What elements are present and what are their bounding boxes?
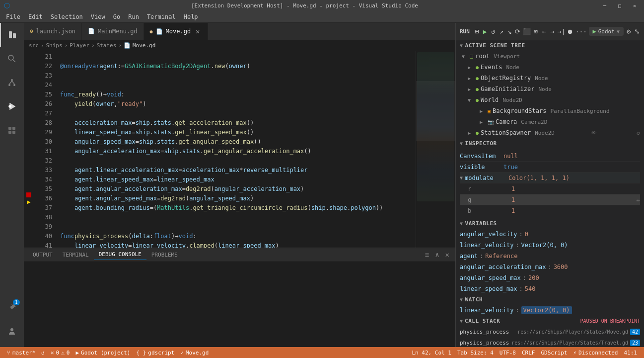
menu-help[interactable]: Help [180, 12, 202, 21]
tree-refresh-btn[interactable]: ↺ [637, 129, 640, 136]
activity-source-control[interactable] [0, 71, 24, 94]
status-script[interactable]: { } gdscript [133, 347, 177, 358]
close-btn[interactable]: ✕ [629, 2, 640, 9]
tree-eye-btn[interactable]: 👁 [591, 130, 596, 136]
tab-close-move[interactable]: ✕ [194, 27, 202, 35]
scene-tree-header[interactable]: ▼ ACTIVE SCENE TREE [456, 40, 644, 51]
tab-problems[interactable]: PROBLEMS [146, 250, 183, 260]
menu-terminal[interactable]: Terminal [143, 12, 180, 21]
panel-close-btn[interactable]: ✕ [443, 250, 451, 260]
run-back-btn[interactable]: ← [541, 26, 548, 37]
run-ellipsis-btn[interactable]: ··· [575, 26, 586, 37]
run-restart-btn[interactable]: ↺ [490, 26, 497, 37]
inspector-header[interactable]: ▼ INSPECTOR [456, 138, 644, 149]
var-angular-speed-row[interactable]: angular_speed_max : 200 [456, 272, 644, 283]
code-content[interactable]: @onready var agent := GSAIKinematicBody2… [56, 51, 416, 248]
stack-row-1[interactable]: physics_process res://src/Ships/Player/S… [456, 326, 644, 337]
activity-debug[interactable] [0, 94, 24, 118]
tree-item-objectregistry[interactable]: ▶ ● ObjectRegistry Node [456, 73, 644, 84]
menu-selection[interactable]: Selection [47, 12, 87, 21]
menu-go[interactable]: Go [109, 12, 124, 21]
menu-view[interactable]: View [87, 12, 109, 21]
var-angular-acc-row[interactable]: angular_acceleration_max : 3600 [456, 262, 644, 272]
run-record-btn[interactable]: →| [558, 26, 566, 37]
run-forward-btn[interactable]: → [549, 26, 556, 37]
status-file[interactable]: ✓ Move.gd [177, 347, 212, 358]
run-continue-btn[interactable]: ▶ [482, 26, 488, 37]
variables-header[interactable]: ▼ VARIABLES [456, 218, 644, 229]
status-encoding[interactable]: UTF-8 [497, 350, 519, 356]
activity-search[interactable] [0, 47, 24, 71]
tree-item-bgstars[interactable]: ▶ ▣ BackgroundStars ParallaxBackground [456, 105, 644, 116]
godot-run-btn[interactable]: ▶ Godot ▼ [589, 27, 624, 36]
inspector-edit-icon[interactable]: ✏ [637, 196, 640, 203]
stack-row-2[interactable]: physics_process res://src/Ships/Player/S… [456, 337, 644, 347]
tree-item-root[interactable]: ▼ □ root Viewport [456, 51, 644, 62]
status-errors[interactable]: ✕ 0 ⚠ 0 [48, 347, 73, 358]
activity-settings[interactable]: 1 [0, 295, 24, 319]
watch-header[interactable]: ▼ WATCH [456, 294, 644, 305]
stack-file-1: res://src/Ships/Player/States/Move.gd [517, 329, 628, 335]
var-agent-row[interactable]: agent : Reference [456, 251, 644, 262]
run-collapse-btn[interactable]: ⤡ [634, 26, 640, 37]
run-label: RUN [460, 28, 470, 35]
status-right: Ln 42, Col 1 Tab Size: 4 UTF-8 CRLF GDSc… [409, 350, 640, 356]
tree-item-camera[interactable]: ▶ 📷 Camera Camera2D [456, 116, 644, 127]
run-stepover-btn[interactable]: ↗ [499, 26, 505, 37]
tree-item-stationspawner[interactable]: ▶ ● StationSpawner Node2D 👁 ↺ [456, 127, 644, 138]
tree-type-camera: Camera2D [521, 119, 547, 125]
status-position[interactable]: Ln 42, Col 1 [409, 350, 454, 356]
run-stop-btn[interactable]: ⬛ [523, 26, 531, 37]
breadcrumb-file[interactable]: Move.gd [133, 42, 155, 49]
status-language-label: GDScript [541, 350, 567, 356]
run-stepout-btn[interactable]: ⟳ [515, 26, 521, 37]
var-angular-acc-key: angular_acceleration_max [460, 264, 546, 270]
tab-output[interactable]: OUTPUT [28, 250, 58, 260]
status-branch[interactable]: ⑂ master* [4, 347, 38, 358]
run-more-btn[interactable]: ⏺ [567, 26, 573, 37]
breadcrumb-ships[interactable]: Ships [46, 42, 63, 49]
tab-debug-console[interactable]: DEBUG CONSOLE [94, 249, 146, 260]
maximize-btn[interactable]: □ [614, 2, 625, 9]
status-lineending[interactable]: CRLF [519, 350, 538, 356]
call-stack-section: ▼ CALL STACK PAUSED ON BREAKPOINT physic… [456, 316, 644, 347]
tree-item-events[interactable]: ▶ ● Events Node [456, 62, 644, 73]
activity-extensions[interactable] [0, 118, 24, 142]
var-linear-vel-row[interactable]: linear_velocity : Vector2(0, 0) [456, 240, 644, 251]
run-settings-btn[interactable]: ⚙ [626, 26, 632, 37]
tab-move[interactable]: ● 📄 Move.gd ✕ [144, 23, 209, 40]
status-tab-size[interactable]: Tab Size: 4 [454, 350, 497, 356]
code-line-30: angular_speed_max = ship.stats.get_angul… [60, 137, 416, 147]
breadcrumb-states[interactable]: States [97, 42, 117, 49]
var-angular-vel-row[interactable]: angular_velocity : 0 [456, 229, 644, 240]
tab-launch[interactable]: ⚙ launch.json [24, 23, 82, 40]
status-sync[interactable]: ↺ [38, 347, 48, 358]
script-icon: { } [136, 350, 146, 356]
menu-file[interactable]: File [2, 12, 24, 21]
menu-edit[interactable]: Edit [24, 12, 47, 21]
status-disconnected[interactable]: ⚡ Disconnected [570, 350, 621, 356]
run-grid-btn[interactable]: ⊞ [474, 26, 480, 37]
panel-list-btn[interactable]: ≡ [423, 250, 431, 260]
tab-mainmenu[interactable]: 📄 MainMenu.gd [82, 23, 143, 40]
run-stepinto-btn[interactable]: ↘ [506, 26, 513, 37]
menu-run[interactable]: Run [124, 12, 143, 21]
tree-item-gameinit[interactable]: ▶ ● GameInitializer Node [456, 84, 644, 94]
call-stack-toggle[interactable]: ▼ CALL STACK [460, 318, 500, 324]
run-disconnect-btn[interactable]: ≋ [533, 26, 539, 37]
watch-linear-vel-row[interactable]: linear_velocity : Vector2(0, 0) [456, 305, 644, 316]
inspector-modulate-arrow[interactable]: ▼ [460, 175, 463, 180]
status-language[interactable]: GDScript [538, 350, 570, 356]
status-debug[interactable]: ▶ Godot (project) [72, 347, 133, 358]
tab-terminal[interactable]: TERMINAL [58, 250, 94, 260]
tree-item-world[interactable]: ▼ ● World Node2D [456, 94, 644, 105]
gutter-46 [24, 227, 34, 234]
var-linear-speed-row[interactable]: linear_speed_max : 540 [456, 283, 644, 294]
panel-scroll-up-btn[interactable]: ∧ [433, 250, 441, 260]
breadcrumb-player[interactable]: Player [70, 42, 89, 49]
activity-account[interactable] [0, 319, 24, 343]
activity-explorer[interactable] [0, 23, 24, 47]
status-line-num[interactable]: 41:1 [621, 350, 641, 356]
minimize-btn[interactable]: ─ [599, 2, 610, 9]
breadcrumb-src[interactable]: src [29, 42, 39, 49]
